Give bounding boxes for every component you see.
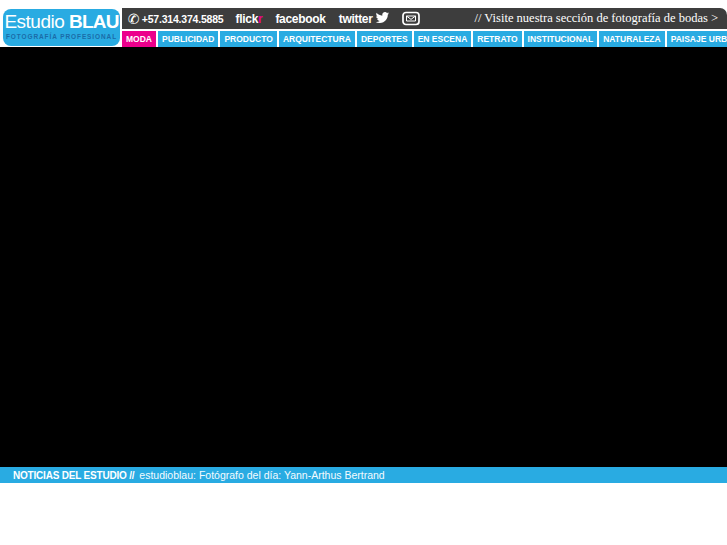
phone-number: +57.314.374.5885 <box>142 13 224 25</box>
nav-item-en-escena[interactable]: EN ESCENA <box>414 31 472 47</box>
nav-item-retrato[interactable]: RETRATO <box>473 31 521 47</box>
nav-item-moda[interactable]: MODA <box>122 31 156 47</box>
page: ✆ +57.314.374.5885 flickr facebook twitt… <box>0 0 727 545</box>
nav-item-deportes[interactable]: DEPORTES <box>357 31 412 47</box>
news-text: estudioblau: Fotógrafo del día: Yann-Art… <box>139 469 384 481</box>
gallery-viewer[interactable] <box>0 47 727 467</box>
flickr-link[interactable]: flickr <box>236 12 263 26</box>
top-bar: ✆ +57.314.374.5885 flickr facebook twitt… <box>122 8 727 29</box>
nav-item-publicidad[interactable]: PUBLICIDAD <box>158 31 218 47</box>
nav-item-institucional[interactable]: INSTITUCIONAL <box>524 31 598 47</box>
brand-name-bold: BLAU <box>69 11 119 32</box>
flickr-logo-r: r <box>258 12 262 26</box>
weddings-promo-link[interactable]: // Visite nuestra sección de fotografía … <box>475 11 719 26</box>
nav-item-producto[interactable]: PRODUCTO <box>220 31 277 47</box>
phone-icon: ✆ <box>128 12 140 26</box>
nav-item-arquitectura[interactable]: ARQUITECTURA <box>279 31 355 47</box>
brand-name-light: Estudio <box>4 11 69 32</box>
brand-name: Estudio BLAU <box>3 11 120 33</box>
twitter-logo: twitter <box>339 12 373 26</box>
social-links: flickr facebook twitter <box>236 10 390 28</box>
flickr-logo: flick <box>236 12 259 26</box>
bottom-whitespace <box>0 483 727 545</box>
phone-contact: ✆ +57.314.374.5885 <box>128 12 224 26</box>
brand-tagline: FOTOGRAFÍA PROFESIONAL <box>3 33 120 41</box>
news-label: NOTICIAS DEL ESTUDIO // <box>13 470 134 481</box>
nav-item-naturaleza[interactable]: NATURALEZA <box>599 31 664 47</box>
nav-item-paisaje-urbano[interactable]: PAISAJE URBANO <box>667 31 727 47</box>
mail-icon[interactable] <box>402 11 420 26</box>
news-ticker-bar: NOTICIAS DEL ESTUDIO // estudioblau: Fot… <box>0 467 727 483</box>
facebook-link[interactable]: facebook <box>275 12 325 26</box>
twitter-link[interactable]: twitter <box>339 10 390 28</box>
twitter-bird-icon <box>375 10 390 28</box>
main-nav: MODA PUBLICIDAD PRODUCTO ARQUITECTURA DE… <box>122 31 727 47</box>
brand-logo[interactable]: Estudio BLAU FOTOGRAFÍA PROFESIONAL <box>3 9 120 46</box>
